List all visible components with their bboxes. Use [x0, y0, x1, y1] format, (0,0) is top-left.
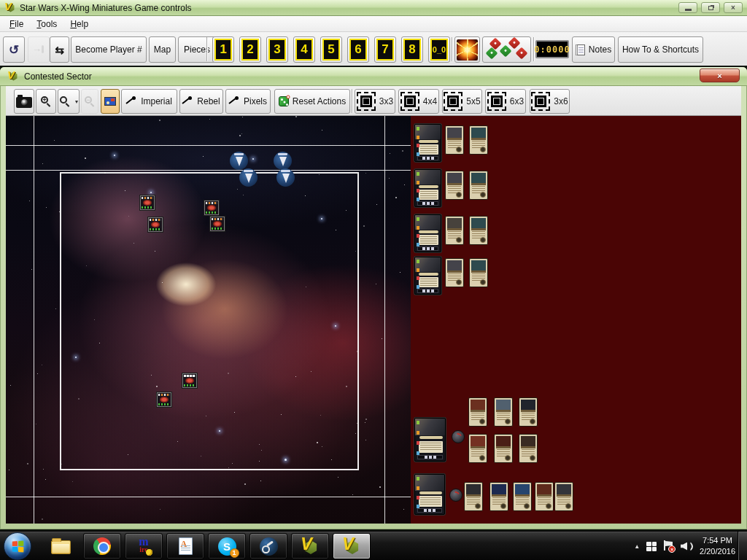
taskbar-explorer-button[interactable] — [44, 533, 77, 559]
round-token[interactable] — [452, 430, 465, 443]
player-1-button[interactable]: 1 — [212, 36, 234, 63]
taskbar-wordpad-button[interactable]: A — [166, 533, 204, 559]
howto-button[interactable]: How To & Shortcuts — [618, 36, 703, 63]
taskbar-xwing-button[interactable]: V — [291, 533, 329, 559]
taskbar-steam-button[interactable] — [249, 533, 287, 559]
upgrade-card[interactable] — [489, 482, 508, 511]
round-token[interactable] — [449, 489, 462, 502]
upgrade-card[interactable] — [513, 482, 532, 511]
taskbar-xwing-button-active[interactable]: V — [333, 533, 371, 559]
player-3-button[interactable]: 3 — [266, 36, 288, 63]
notes-button[interactable]: Notes — [572, 36, 615, 63]
ship-token-fighter[interactable] — [157, 392, 171, 407]
player-4-button[interactable]: 4 — [293, 36, 315, 63]
grid-5x5-button[interactable]: 5x5 — [442, 89, 482, 114]
upgrade-card[interactable] — [468, 397, 487, 427]
upgrade-card[interactable] — [445, 125, 464, 155]
upgrade-card[interactable] — [494, 397, 513, 427]
taskbar-mirc-button[interactable]: mirc — [125, 533, 163, 559]
map-guide-line — [6, 145, 411, 146]
grid-4x4-button[interactable]: 4x4 — [398, 89, 439, 114]
upgrade-card[interactable] — [494, 434, 513, 463]
map-button[interactable]: Map — [149, 36, 176, 63]
ship-token-fighter-light[interactable] — [182, 373, 197, 388]
pilot-card[interactable] — [414, 474, 445, 515]
upgrade-card[interactable] — [519, 397, 538, 427]
upgrade-card[interactable] — [469, 216, 488, 245]
upgrade-card[interactable] — [535, 482, 554, 511]
pilot-card[interactable] — [414, 418, 446, 462]
grid-3x3-button[interactable]: 3x3 — [355, 89, 395, 114]
sector-close-button[interactable]: × — [700, 69, 740, 82]
howto-label: How To & Shortcuts — [622, 44, 699, 55]
upgrade-card[interactable] — [445, 258, 464, 287]
pilot-card[interactable] — [414, 169, 441, 207]
pixels-ruler-button[interactable]: Pixels — [225, 89, 271, 114]
ship-token-shuttle[interactable] — [239, 168, 258, 187]
upgrade-card[interactable] — [519, 434, 538, 463]
close-icon: × — [731, 4, 735, 12]
show-hidden-icons-button[interactable]: ▲ — [634, 543, 640, 550]
ship-token-shuttle[interactable] — [274, 152, 292, 170]
dice-roller-button[interactable] — [482, 36, 531, 63]
grid-icon — [357, 92, 376, 111]
menu-tools[interactable]: Tools — [30, 17, 63, 31]
zoom-out-button: − — [81, 89, 98, 114]
ship-token-fighter[interactable] — [148, 217, 163, 232]
swap-players-button[interactable]: ⇆ — [50, 36, 69, 63]
pilot-card[interactable] — [414, 214, 441, 252]
ship-token-shuttle[interactable] — [230, 152, 248, 170]
game-map[interactable] — [6, 116, 411, 524]
reset-actions-button[interactable]: Reset Actions — [274, 89, 350, 114]
zoom-mode-button[interactable]: ▾ — [58, 89, 80, 114]
close-button[interactable]: × — [724, 2, 743, 13]
volume-icon[interactable] — [681, 541, 693, 552]
upgrade-card[interactable] — [469, 258, 488, 287]
sector-titlebar[interactable]: V Contested Sector × — [0, 67, 747, 86]
imperial-ruler-button[interactable]: Imperial — [121, 89, 177, 114]
player-number-label: 5 — [322, 39, 340, 61]
reconnect-button[interactable]: ↺ — [3, 36, 25, 63]
show-desktop-button[interactable] — [738, 532, 747, 560]
menu-help[interactable]: Help — [63, 17, 95, 31]
upgrade-card[interactable] — [445, 171, 464, 200]
pieces-button[interactable]: Pieces — [178, 36, 216, 63]
player-observer-button[interactable]: 0_0 — [428, 36, 450, 63]
ship-token-fighter[interactable] — [204, 201, 219, 215]
background-image-toggle[interactable] — [101, 89, 120, 114]
pilot-card[interactable] — [414, 257, 441, 295]
player-7-button[interactable]: 7 — [374, 36, 396, 63]
main-window-titlebar[interactable]: V Star Wars X-Wing Miniatures Game contr… — [0, 0, 747, 16]
become-player-button[interactable]: Become Player # — [71, 36, 147, 63]
upgrade-card[interactable] — [469, 171, 488, 200]
action-center-icon[interactable]: × — [663, 540, 674, 552]
taskbar-chrome-button[interactable] — [83, 533, 121, 559]
taskbar-clock[interactable]: 7:54 PM 2/20/2016 — [700, 535, 735, 557]
ship-token-shuttle[interactable] — [276, 168, 295, 187]
grid-3x6-button[interactable]: 3x6 — [530, 89, 570, 114]
upgrade-card[interactable] — [468, 434, 487, 463]
toolbar-separator — [206, 37, 208, 61]
zoom-in-button[interactable]: + — [36, 89, 56, 114]
restore-button[interactable] — [701, 2, 720, 13]
player-8-button[interactable]: 8 — [401, 36, 423, 63]
ship-token-fighter[interactable] — [140, 195, 155, 210]
rebel-ruler-button[interactable]: Rebel — [179, 89, 223, 114]
menu-file[interactable]: File — [3, 17, 30, 31]
player-5-button[interactable]: 5 — [320, 36, 342, 63]
player-2-button[interactable]: 2 — [239, 36, 261, 63]
upgrade-card[interactable] — [445, 216, 464, 245]
minimize-button[interactable] — [678, 2, 697, 13]
upgrade-card[interactable] — [554, 482, 573, 511]
upgrade-card[interactable] — [464, 482, 483, 511]
windows-update-icon[interactable] — [646, 542, 657, 551]
ship-token-fighter[interactable] — [210, 217, 225, 231]
explosion-button[interactable] — [454, 36, 480, 63]
grid-6x3-button[interactable]: 6x3 — [485, 89, 526, 114]
pilot-card[interactable] — [414, 124, 441, 162]
taskbar-skype-button[interactable]: S1 — [208, 533, 246, 559]
upgrade-card[interactable] — [469, 125, 488, 155]
screenshot-button[interactable] — [14, 89, 34, 114]
player-6-button[interactable]: 6 — [347, 36, 369, 63]
start-button[interactable] — [4, 532, 31, 560]
